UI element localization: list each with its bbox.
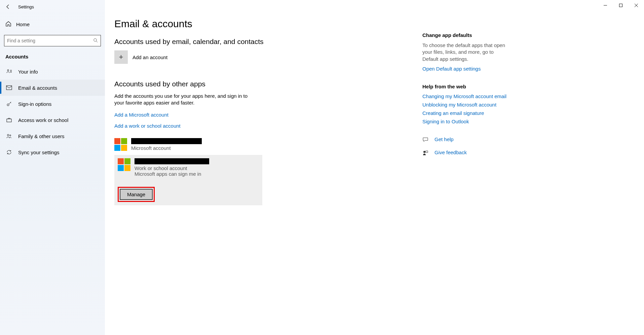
help-link[interactable]: Creating an email signature (422, 110, 510, 116)
sidebar-item-label: Family & other users (18, 133, 65, 139)
page-title: Email & accounts (114, 18, 644, 30)
manage-button[interactable]: Manage (120, 189, 153, 200)
section1-title: Accounts used by email, calendar, and co… (114, 38, 644, 46)
chat-icon (422, 137, 429, 144)
svg-point-15 (7, 134, 9, 136)
close-button[interactable] (629, 0, 644, 11)
home-icon (5, 21, 11, 28)
people-icon (6, 133, 12, 139)
sidebar-item-label: Sign-in options (18, 101, 51, 107)
sidebar-item-sync[interactable]: Sync your settings (0, 144, 105, 160)
window-title: Settings (16, 4, 34, 9)
rail-defaults-body: To choose the default apps that open you… (422, 42, 510, 62)
search-box[interactable] (4, 35, 101, 46)
give-feedback-link[interactable]: Give feedback (434, 150, 467, 155)
rail-defaults-title: Change app defaults (422, 32, 510, 38)
search-wrap (4, 35, 101, 46)
microsoft-logo-icon (114, 138, 127, 151)
right-rail: Change app defaults To choose the defaul… (422, 32, 510, 163)
sidebar-section-label: Accounts (0, 52, 105, 64)
plus-icon: + (114, 50, 128, 64)
account-type-label: Work or school account (135, 165, 209, 171)
svg-line-5 (96, 41, 98, 42)
svg-point-17 (423, 151, 425, 153)
home-nav[interactable]: Home (0, 16, 105, 32)
sidebar-item-label: Sync your settings (18, 150, 60, 155)
svg-point-6 (7, 70, 9, 71)
add-account-button[interactable]: + Add an account (114, 50, 644, 64)
sync-icon (6, 149, 12, 155)
sidebar-item-label: Email & accounts (18, 85, 57, 91)
give-feedback-row[interactable]: Give feedback (422, 150, 510, 158)
svg-rect-10 (6, 86, 12, 90)
account-row-work[interactable]: Work or school account Microsoft apps ca… (114, 155, 262, 205)
sidebar-item-work-school[interactable]: Access work or school (0, 112, 105, 128)
microsoft-logo-icon (118, 158, 130, 171)
svg-rect-18 (426, 151, 428, 153)
help-link[interactable]: Signing in to Outlook (422, 119, 510, 124)
account-type-label: Microsoft account (131, 145, 262, 151)
person-icon (6, 69, 12, 75)
search-icon (93, 38, 98, 44)
add-work-account-link[interactable]: Add a work or school account (114, 123, 181, 129)
sidebar-item-family[interactable]: Family & other users (0, 128, 105, 144)
sidebar-item-your-info[interactable]: Your info (0, 64, 105, 80)
rail-help-title: Help from the web (422, 84, 510, 89)
sidebar-item-label: Access work or school (18, 117, 68, 123)
svg-point-4 (94, 38, 97, 41)
get-help-row[interactable]: Get help (422, 136, 510, 145)
briefcase-icon (6, 117, 12, 123)
sidebar-item-email-accounts[interactable]: Email & accounts (0, 80, 105, 96)
mail-icon (6, 85, 12, 91)
help-link[interactable]: Changing my Microsoft account email (422, 93, 510, 99)
feedback-icon (422, 150, 429, 157)
svg-line-13 (10, 102, 11, 103)
add-ms-account-link[interactable]: Add a Microsoft account (114, 112, 168, 118)
sidebar-item-signin-options[interactable]: Sign-in options (0, 96, 105, 112)
minimize-button[interactable] (598, 0, 613, 11)
svg-rect-14 (7, 119, 11, 122)
maximize-button[interactable] (613, 0, 629, 11)
section2-desc: Add the accounts you use for your apps h… (114, 93, 256, 107)
account-email-redacted (131, 138, 202, 144)
help-link[interactable]: Unblocking my Microsoft account (422, 102, 510, 108)
titlebar: Settings (0, 0, 644, 13)
search-input[interactable] (7, 38, 93, 43)
add-account-label: Add an account (132, 54, 167, 60)
account-row-ms[interactable]: Microsoft account (114, 136, 262, 153)
svg-point-16 (10, 135, 11, 136)
account-email-redacted (135, 158, 209, 164)
sidebar-item-label: Your info (18, 69, 38, 75)
account-signin-status: Microsoft apps can sign me in (135, 171, 209, 177)
section2-title: Accounts used by other apps (114, 80, 644, 88)
sidebar: Home Accounts Your info Email & accounts… (0, 0, 105, 335)
back-button[interactable] (0, 0, 16, 13)
open-default-apps-link[interactable]: Open Default app settings (422, 66, 510, 72)
home-label: Home (16, 22, 30, 27)
key-icon (6, 101, 12, 107)
main-content: Email & accounts Accounts used by email,… (114, 16, 644, 335)
svg-rect-1 (619, 4, 622, 7)
get-help-link[interactable]: Get help (434, 136, 454, 142)
highlight-frame: Manage (118, 187, 155, 202)
